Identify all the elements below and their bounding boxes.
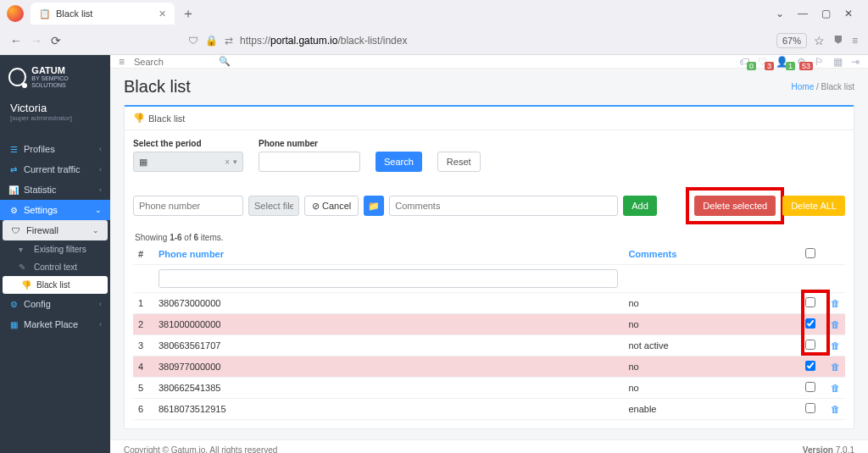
user-icon[interactable]: 👤1	[776, 56, 788, 68]
grid-icon: ▦	[8, 320, 19, 329]
row-checkbox[interactable]	[805, 382, 815, 392]
col-phone[interactable]: Phone number	[153, 244, 623, 265]
logout-icon[interactable]: ⇥	[851, 56, 860, 68]
phone-input[interactable]	[259, 152, 360, 172]
reload-button[interactable]: ⟳	[51, 34, 61, 47]
lock-icon[interactable]: 🔒	[205, 35, 218, 47]
topbar: ≡ 🔍 🏷0 ♡3 👤1 ⚙53 🏳 ▦ ⇥	[110, 55, 868, 69]
period-select[interactable]: ▦ × ▾	[133, 152, 243, 172]
badge: 0	[747, 62, 756, 70]
thumbs-down-icon: 👎	[21, 280, 31, 290]
brand-logo-icon	[8, 68, 26, 86]
sidebar-sub-control-text[interactable]: ✎Control text	[0, 258, 110, 276]
clear-icon[interactable]: ×	[225, 157, 230, 167]
cancel-button[interactable]: ⊘Cancel	[304, 196, 359, 216]
col-num: #	[133, 244, 153, 265]
statistic-icon: 📊	[8, 185, 19, 195]
sidebar-item-traffic[interactable]: ⇄Current traffic‹	[0, 159, 110, 180]
comments-input[interactable]	[389, 196, 618, 216]
search-button[interactable]: Search	[376, 152, 422, 172]
select-all-checkbox[interactable]	[805, 248, 815, 258]
cell-num: 5	[133, 378, 153, 399]
row-checkbox[interactable]	[805, 297, 815, 307]
phone-label: Phone number	[259, 139, 360, 148]
period-filter: Select the period ▦ × ▾	[133, 139, 243, 172]
search-input[interactable]	[134, 57, 219, 67]
row-checkbox[interactable]	[805, 340, 815, 350]
row-checkbox[interactable]	[805, 361, 815, 371]
bookmark-icon[interactable]: ☆	[814, 34, 825, 47]
add-button[interactable]: Add	[623, 196, 657, 216]
address-bar: ← → ⟳ 🛡 🔒 ⇄ https://portal.gatum.io/blac…	[0, 27, 868, 54]
right-actions: Delete selected Delete ALL	[686, 187, 845, 224]
col-comments[interactable]: Comments	[623, 244, 800, 265]
action-row: ⊘Cancel 📁 Add Delete selected Delete ALL	[133, 187, 845, 224]
sidebar-item-marketplace[interactable]: ▦Market Place‹	[0, 314, 110, 334]
cancel-label: Cancel	[322, 201, 351, 211]
heart-icon[interactable]: ♡3	[758, 56, 767, 68]
sidebar-item-statistic[interactable]: 📊Statistic‹	[0, 180, 110, 200]
phone-filter-input[interactable]	[159, 269, 618, 288]
sidebar-sub-filters[interactable]: ▾Existing filters	[0, 240, 110, 258]
sidebar-sub-black-list[interactable]: 👎Black list	[3, 276, 108, 294]
url-zone[interactable]: 🛡 🔒 ⇄ https://portal.gatum.io/black-list…	[188, 33, 825, 48]
trash-icon[interactable]: 🗑	[831, 340, 840, 351]
tag-icon[interactable]: 🏷0	[739, 56, 749, 68]
sidebar-item-label: Control text	[34, 262, 77, 272]
panel: 👎 Black list Select the period ▦ × ▾ Pho…	[124, 105, 854, 429]
search-icon[interactable]: 🔍	[219, 56, 231, 67]
close-window-icon[interactable]: ✕	[844, 8, 853, 19]
cell-comment: no	[623, 378, 800, 399]
cell-num: 1	[133, 293, 153, 314]
app-root: GATUM BY SEMPICO SOLUTIONS Victoria [sup…	[0, 55, 868, 453]
minimize-icon[interactable]: —	[798, 8, 808, 19]
chevron-down-icon[interactable]: ⌄	[776, 8, 784, 19]
delete-all-button[interactable]: Delete ALL	[782, 196, 845, 216]
crumb-current: Black list	[821, 82, 854, 91]
period-label: Select the period	[133, 139, 243, 148]
delete-selected-button[interactable]: Delete selected	[694, 196, 776, 216]
sidebar-item-profiles[interactable]: ☰Profiles‹	[0, 139, 110, 159]
chevron-down-icon: ⌄	[92, 226, 99, 235]
new-tab-button[interactable]: ＋	[181, 5, 195, 23]
sidebar-item-firewall[interactable]: 🛡Firewall⌄	[3, 220, 108, 240]
flag-icon[interactable]: 🏳	[815, 56, 825, 68]
gear-icon[interactable]: ⚙53	[797, 56, 806, 68]
menu-icon[interactable]: ≡	[852, 35, 858, 47]
trash-icon[interactable]: 🗑	[831, 404, 840, 414]
forward-button[interactable]: →	[31, 34, 42, 47]
switch-icon[interactable]: ⇄	[225, 35, 233, 47]
reset-button[interactable]: Reset	[437, 152, 481, 172]
cell-phone: 380663561707	[153, 335, 623, 356]
hamburger-icon[interactable]: ≡	[119, 56, 125, 68]
sidebar-item-config[interactable]: ⚙Config‹	[0, 294, 110, 314]
user-block: Victoria [super administrator]	[0, 98, 110, 130]
file-input[interactable]	[248, 196, 299, 216]
trash-icon[interactable]: 🗑	[831, 362, 840, 372]
phone-add-input[interactable]	[133, 196, 243, 216]
trash-icon[interactable]: 🗑	[831, 383, 840, 393]
grid-icon[interactable]: ▦	[833, 56, 843, 68]
row-checkbox[interactable]	[805, 318, 815, 329]
back-button[interactable]: ←	[10, 34, 22, 47]
zoom-badge[interactable]: 67%	[776, 33, 807, 48]
browser-tab[interactable]: 📋 Black list ✕	[31, 3, 175, 25]
chevron-left-icon: ‹	[99, 185, 102, 194]
sidebar-item-settings[interactable]: ⚙Settings⌄	[0, 200, 110, 220]
phone-filter: Phone number	[259, 139, 360, 172]
trash-icon[interactable]: 🗑	[831, 298, 840, 308]
tab-title: Black list	[56, 8, 92, 19]
close-icon[interactable]: ✕	[159, 8, 166, 19]
brand-subtitle: BY SEMPICO SOLUTIONS	[31, 75, 102, 88]
breadcrumb: Home / Black list	[792, 82, 854, 91]
maximize-icon[interactable]: ▢	[821, 8, 831, 19]
shield-icon[interactable]: 🛡	[188, 35, 198, 47]
sidebar: GATUM BY SEMPICO SOLUTIONS Victoria [sup…	[0, 55, 110, 453]
tab-bar: 📋 Black list ✕ ＋ ⌄ — ▢ ✕	[0, 0, 868, 27]
row-checkbox[interactable]	[805, 403, 815, 413]
table-row: 5380662541385no🗑	[133, 378, 845, 399]
folder-button[interactable]: 📁	[364, 196, 384, 216]
pocket-icon[interactable]: ⛊	[833, 35, 843, 47]
trash-icon[interactable]: 🗑	[831, 319, 840, 329]
crumb-home[interactable]: Home	[792, 82, 815, 91]
